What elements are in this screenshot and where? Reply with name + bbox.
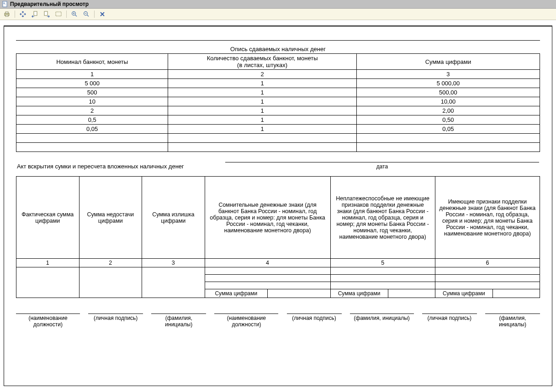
act-cell <box>79 267 142 298</box>
cell-nominal: 10 <box>16 97 168 106</box>
toolbar-separator <box>15 10 15 18</box>
cell-sum: 500,00 <box>356 88 540 97</box>
inventory-title: Опись сдаваемых наличных денег <box>16 45 540 54</box>
svg-line-14 <box>87 15 89 17</box>
sum-value-cell <box>268 289 331 298</box>
act-heading: Акт вскрытия сумки и пересчета вложенных… <box>17 163 184 170</box>
window-title-bar: Предварительный просмотр <box>0 0 556 9</box>
zoom-out-button[interactable] <box>82 10 90 18</box>
table-row: 500 1 500,00 <box>16 88 540 97</box>
idx-cell: 6 <box>435 259 540 267</box>
toolbar-separator <box>66 10 67 18</box>
cell-sum: 2,00 <box>356 106 540 115</box>
act-cell <box>330 282 435 289</box>
fit-button[interactable] <box>19 10 27 18</box>
svg-rect-8 <box>56 12 61 16</box>
toolbar <box>0 9 556 20</box>
sig-position: (наименование должности) <box>16 314 80 328</box>
table-row: 0,5 1 0,50 <box>16 115 540 125</box>
cell-sum: 10,00 <box>356 97 540 106</box>
sig-signature: (личная подпись) <box>287 314 342 328</box>
sum-label: Сумма цифрами <box>435 289 492 298</box>
inventory-header-nominal: Номинал банкнот, монеты <box>16 54 168 70</box>
toolbar-separator <box>94 10 95 18</box>
svg-rect-6 <box>34 11 37 16</box>
cell-nominal: 0,5 <box>16 115 168 125</box>
idx-cell: 1 <box>16 259 79 267</box>
cell-qty: 1 <box>168 106 357 115</box>
cell-qty: 1 <box>168 79 357 88</box>
table-row: 0,05 1 0,05 <box>16 125 540 134</box>
cell-nominal: 0,05 <box>16 125 168 134</box>
idx-cell: 2 <box>79 259 142 267</box>
idx-cell: 1 <box>16 70 168 79</box>
act-section: Акт вскрытия сумки и пересчета вложенных… <box>16 162 540 170</box>
inventory-section: Опись сдаваемых наличных денег Номинал б… <box>16 45 540 152</box>
cell-qty: 1 <box>168 97 357 106</box>
sum-value-cell <box>492 289 540 298</box>
svg-line-10 <box>75 15 77 17</box>
idx-cell: 3 <box>356 70 540 79</box>
date-label: дата <box>225 163 539 170</box>
act-header-4: Сомнительные денежные знаки (для банкнот… <box>205 177 330 259</box>
idx-cell: 5 <box>330 259 435 267</box>
svg-rect-5 <box>5 15 8 16</box>
act-header-1: Фактическая сумма цифрами <box>16 177 79 259</box>
svg-rect-4 <box>5 12 8 13</box>
marquee-select-button[interactable] <box>54 10 63 18</box>
inventory-header-sum: Сумма цифрами <box>356 54 540 70</box>
table-row-empty <box>16 134 540 143</box>
table-row: 2 1 2,00 <box>16 106 540 115</box>
idx-cell: 4 <box>205 259 330 267</box>
zoom-in-button[interactable] <box>70 10 79 18</box>
cell-qty: 1 <box>168 88 357 97</box>
sig-position: (наименование должности) <box>214 314 278 328</box>
sig-signature: (личная подпись) <box>88 314 143 328</box>
sig-name: (фамилия, инициалы) <box>485 314 540 328</box>
act-cell <box>205 275 330 282</box>
cell-nominal: 2 <box>16 106 168 115</box>
act-header-3: Сумма излишка цифрами <box>142 177 205 259</box>
table-row: 5 000 1 5 000,00 <box>16 79 540 88</box>
act-cell <box>435 267 540 275</box>
sum-label: Сумма цифрами <box>330 289 388 298</box>
act-header-6: Имеющие признаки подделки денежные знаки… <box>435 177 540 259</box>
preview-area: Опись сдаваемых наличных денег Номинал б… <box>0 20 556 390</box>
inventory-table: Опись сдаваемых наличных денег Номинал б… <box>16 45 540 152</box>
close-preview-button[interactable] <box>98 10 106 18</box>
document-icon <box>2 1 8 7</box>
act-cell <box>435 282 540 289</box>
act-cell <box>330 267 435 275</box>
act-cell <box>205 282 330 289</box>
cell-sum: 0,50 <box>356 115 540 125</box>
sum-value-cell <box>388 289 435 298</box>
act-table: Фактическая сумма цифрами Сумма недостач… <box>16 176 540 298</box>
act-header-5: Неплатежеспособные не имеющие признаков … <box>330 177 435 259</box>
table-row-empty <box>16 143 540 152</box>
svg-rect-7 <box>44 11 48 16</box>
cell-qty: 1 <box>168 115 357 125</box>
page: Опись сдаваемых наличных денег Номинал б… <box>4 26 552 386</box>
act-cell <box>16 267 79 298</box>
print-button[interactable] <box>3 10 11 18</box>
signatures-row: (наименование должности) (личная подпись… <box>16 314 540 328</box>
sig-name: (фамилия, инициалы) <box>151 314 206 328</box>
cell-nominal: 5 000 <box>16 79 168 88</box>
next-page-button[interactable] <box>42 10 51 18</box>
cell-qty: 1 <box>168 125 357 134</box>
act-cell <box>435 275 540 282</box>
inventory-header-qty-line2: (в листах, штуках) <box>170 62 355 68</box>
act-cell <box>205 267 330 275</box>
prev-page-button[interactable] <box>31 10 39 18</box>
inventory-header-qty-line1: Количество сдаваемых банкнот, монеты <box>170 55 355 62</box>
sig-name: (фамилия, инициалы) <box>350 314 414 328</box>
idx-cell: 3 <box>142 259 205 267</box>
sum-label: Сумма цифрами <box>205 289 268 298</box>
cell-sum: 5 000,00 <box>356 79 540 88</box>
act-cell <box>142 267 205 298</box>
act-header-2: Сумма недостачи цифрами <box>79 177 142 259</box>
idx-cell: 2 <box>168 70 357 79</box>
cell-sum: 0,05 <box>356 125 540 134</box>
act-cell <box>330 275 435 282</box>
cell-nominal: 500 <box>16 88 168 97</box>
